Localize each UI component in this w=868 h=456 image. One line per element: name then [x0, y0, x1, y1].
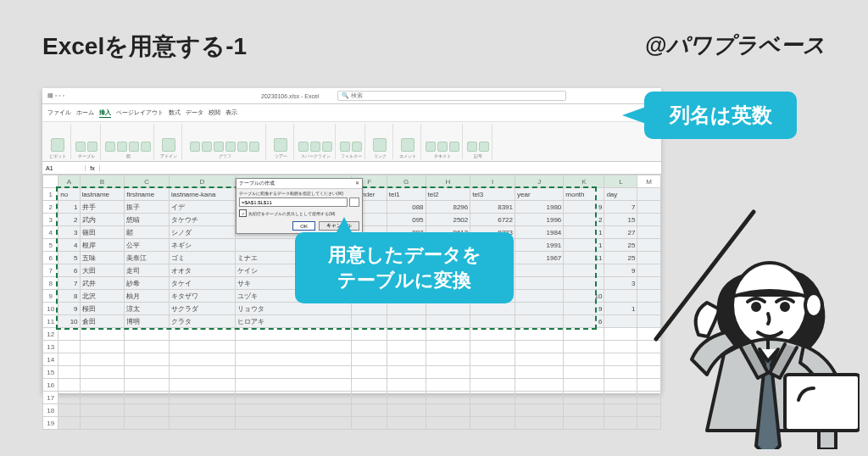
ribbon-group[interactable]: ピボット: [45, 124, 71, 159]
tab-insert[interactable]: 挿入: [99, 108, 111, 118]
ribbon-group[interactable]: テキスト: [423, 124, 463, 159]
tab-formulas[interactable]: 数式: [169, 108, 181, 117]
table-row[interactable]: 17: [43, 392, 661, 404]
tab-data[interactable]: データ: [186, 108, 203, 117]
checkbox-label: 先頭行をテーブルの見出しとして使用する(M): [248, 211, 336, 216]
fx-icon[interactable]: fx: [86, 165, 100, 171]
ribbon-group[interactable]: リンク: [367, 124, 393, 159]
table-row[interactable]: 109桜田涼太サクラダリョウタ91: [43, 303, 661, 315]
ribbon: ピボット テーブル 図 アドイン グラフ ツアー スパークライン フィルター リ…: [42, 122, 661, 162]
ribbon-group[interactable]: テーブル: [73, 124, 101, 159]
ribbon-group[interactable]: グラフ: [184, 124, 266, 159]
tab-pagelayout[interactable]: ページレイアウト: [116, 108, 164, 117]
svg-rect-5: [785, 375, 860, 431]
ribbon-group[interactable]: スパークライン: [296, 124, 336, 159]
table-row[interactable]: 16: [43, 379, 661, 392]
table-row[interactable]: 13: [43, 341, 661, 353]
table-row[interactable]: 15: [43, 366, 661, 379]
search-box[interactable]: 🔍 検索: [337, 91, 566, 101]
tab-review[interactable]: 校閲: [209, 108, 220, 117]
dialog-label: テーブルに変換するデータ範囲を指定してください(W): [239, 191, 359, 196]
ribbon-group[interactable]: 図: [103, 124, 154, 159]
table-row[interactable]: 1110倉田博明クラタヒロアキ6: [43, 315, 661, 328]
ribbon-group[interactable]: フィルター: [337, 124, 365, 159]
ribbon-tabs: ファイル ホーム 挿入 ページレイアウト 数式 データ 校閲 表示: [42, 104, 661, 122]
callout-convert-table: 用意したデータをテーブルに変換: [295, 232, 514, 303]
ribbon-group[interactable]: ツアー: [268, 124, 294, 159]
slide-title: Excelを用意する-1: [42, 31, 247, 63]
range-input[interactable]: [239, 197, 348, 207]
close-icon[interactable]: ✕: [355, 180, 359, 187]
mascot-illustration: [648, 170, 860, 449]
document-name: 20230106.xlsx - Excel: [261, 93, 337, 99]
table-row[interactable]: 12: [43, 328, 661, 341]
ribbon-group[interactable]: アドイン: [156, 124, 182, 159]
svg-point-2: [753, 303, 760, 310]
formula-bar: A1 fx: [42, 162, 661, 175]
tab-view[interactable]: 表示: [225, 108, 237, 117]
ok-button[interactable]: OK: [292, 221, 315, 231]
dialog-title: テーブルの作成: [239, 180, 275, 187]
table-row[interactable]: 19: [43, 417, 661, 430]
name-box[interactable]: A1: [42, 165, 86, 171]
header-checkbox[interactable]: ✓: [239, 209, 247, 217]
tab-home[interactable]: ホーム: [76, 108, 94, 117]
quick-access[interactable]: ▤ ◦ ◦ ◦: [42, 92, 166, 99]
table-row[interactable]: 18: [43, 404, 661, 417]
ribbon-group[interactable]: コメント: [395, 124, 421, 159]
range-picker-icon[interactable]: [349, 197, 359, 207]
search-icon: 🔍: [342, 92, 351, 99]
title-bar: ▤ ◦ ◦ ◦ 20230106.xlsx - Excel 🔍 検索: [42, 88, 661, 104]
callout-column-names: 列名は英数: [644, 92, 797, 139]
table-row[interactable]: 14: [43, 353, 661, 366]
svg-point-3: [782, 303, 788, 310]
brand-handle: @パワプラベース: [645, 31, 826, 60]
tab-file[interactable]: ファイル: [47, 108, 71, 117]
svg-point-4: [805, 293, 822, 317]
ribbon-group[interactable]: 記号: [465, 124, 492, 159]
search-placeholder: 検索: [351, 92, 363, 100]
